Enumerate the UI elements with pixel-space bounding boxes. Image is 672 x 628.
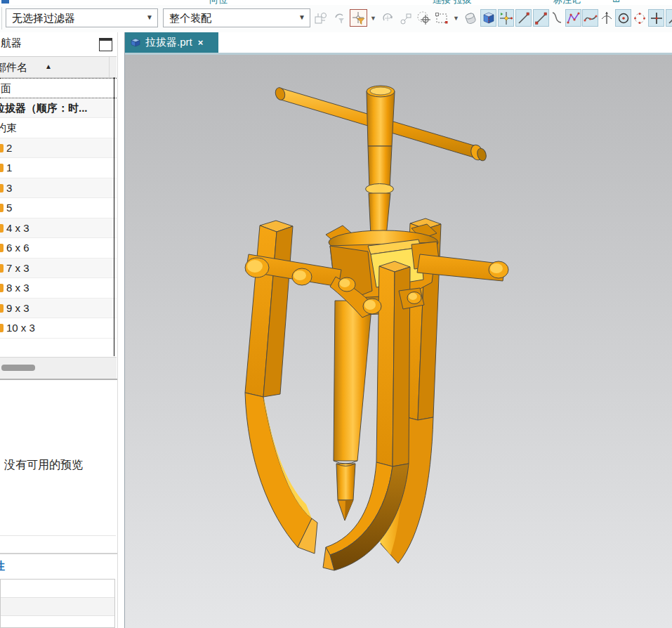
- cut-icon[interactable]: [666, 9, 672, 27]
- tree-row-component[interactable]: 3: [0, 178, 117, 199]
- studio-spline-icon[interactable]: [565, 9, 581, 27]
- table-row[interactable]: [1, 616, 114, 628]
- part-icon: [131, 38, 141, 48]
- component-icon: [0, 244, 4, 252]
- tree-row-component[interactable]: 9 x 3: [0, 299, 117, 319]
- selection-scope-value: 整个装配: [169, 12, 211, 25]
- navigator-tree: 部件名 ▲ 面 拉拔器（顺序：时... 约束 2 1 3 5 4 x 3 6 x…: [0, 56, 117, 381]
- tree-row-component[interactable]: 8 x 3: [0, 278, 117, 299]
- component-icon: [0, 304, 4, 313]
- component-icon: [0, 164, 4, 172]
- rotate-view-icon[interactable]: [379, 9, 395, 27]
- tree-column-line: [114, 77, 114, 356]
- cut-off-section-label: 性: [0, 559, 6, 573]
- selection-filter-value: 无选择过滤器: [12, 12, 75, 25]
- ribbon-fragment: 连接 拉拔: [433, 0, 496, 5]
- panel-divider[interactable]: [0, 379, 117, 380]
- tree-row-constraints[interactable]: 约束: [0, 118, 117, 138]
- component-icon: [0, 184, 4, 192]
- section-divider: [0, 535, 116, 536]
- line-endpoints-icon[interactable]: [533, 9, 549, 27]
- component-icon: [0, 284, 4, 292]
- sort-ascending-icon[interactable]: ▲: [45, 63, 52, 70]
- ribbon-fragment: 向位: [209, 0, 240, 5]
- component-icon: [0, 324, 4, 332]
- snap-point-icon[interactable]: [416, 9, 432, 27]
- restore-window-icon[interactable]: [99, 38, 112, 51]
- component-icon: [0, 264, 4, 273]
- graphics-window: 拉拔器.prt ×: [124, 32, 672, 628]
- section-divider: [0, 553, 117, 554]
- point-plus-icon[interactable]: [648, 9, 664, 27]
- component-icon: [0, 224, 4, 233]
- selection-scope-dropdown[interactable]: 整个装配 ▼: [163, 8, 310, 27]
- details-table: [0, 579, 115, 628]
- chevron-down-icon[interactable]: ▼: [453, 15, 459, 22]
- 3d-viewport[interactable]: [125, 55, 672, 628]
- column-header-label: 部件名: [0, 61, 27, 74]
- spline-icon[interactable]: [582, 9, 598, 27]
- tree-row-component[interactable]: 10 x 3: [0, 318, 117, 339]
- show-outline-icon[interactable]: [397, 9, 414, 27]
- tree-row-component[interactable]: 4 x 3: [0, 218, 117, 239]
- column-header-part-name[interactable]: 部件名 ▲: [0, 57, 117, 78]
- arc-icon[interactable]: [548, 9, 565, 27]
- close-icon[interactable]: ×: [198, 37, 204, 48]
- view-cube-icon[interactable]: [480, 9, 496, 27]
- tree-row[interactable]: 面: [0, 78, 117, 98]
- tree-row-component[interactable]: 7 x 3: [0, 259, 117, 279]
- table-row[interactable]: [1, 580, 114, 598]
- assembly-navigator-panel: 航器 部件名 ▲ 面 拉拔器（顺序：时... 约束 2 1 3 5 4 x 3 …: [0, 32, 118, 628]
- chevron-down-icon[interactable]: ▼: [370, 15, 376, 22]
- move-component-icon[interactable]: [331, 9, 348, 27]
- puller-3d-model[interactable]: [125, 55, 672, 628]
- tree-row-component[interactable]: 2: [0, 138, 117, 159]
- tree-row-component[interactable]: 1: [0, 158, 117, 178]
- column-divider: [109, 57, 110, 77]
- center-screw-upper[interactable]: [366, 86, 395, 236]
- tree-row-root-assembly[interactable]: 拉拔器（顺序：时...: [0, 98, 117, 119]
- component-icon: [0, 204, 4, 212]
- component-icon: [0, 144, 4, 152]
- selection-filter-active-icon[interactable]: [350, 9, 367, 27]
- part-tab-bar: 拉拔器.prt ×: [125, 32, 672, 55]
- ribbon-fragment: ⊞: [612, 0, 626, 5]
- horizontal-scrollbar[interactable]: [0, 357, 117, 379]
- shaded-object-icon[interactable]: [462, 9, 478, 27]
- toolbar-separator: [1, 7, 2, 30]
- tree-row-component[interactable]: 5: [0, 198, 117, 218]
- circle-center-icon[interactable]: [615, 9, 631, 27]
- tab-label: 拉拔器.prt: [145, 36, 192, 49]
- line-icon[interactable]: [515, 9, 532, 27]
- navigator-title: 航器: [1, 37, 22, 50]
- point-dialog-icon[interactable]: [498, 9, 514, 27]
- preview-unavailable-message: 没有可用的预览: [4, 458, 83, 473]
- window-icon-fragment: [1, 0, 9, 4]
- scrollbar-thumb[interactable]: [1, 365, 35, 371]
- marquee-select-icon[interactable]: [434, 9, 450, 27]
- tree-row-component[interactable]: 6 x 6: [0, 238, 117, 259]
- datum-axis-icon[interactable]: [598, 9, 614, 27]
- ribbon-fragment: 标注记: [553, 0, 595, 5]
- chevron-down-icon[interactable]: ▼: [146, 13, 153, 21]
- selection-filter-dropdown[interactable]: 无选择过滤器 ▼: [6, 8, 158, 27]
- assembly-constraints-icon[interactable]: [312, 9, 329, 27]
- table-row[interactable]: [1, 598, 114, 616]
- center-screw-lower[interactable]: [334, 301, 372, 521]
- toolbar: 无选择过滤器 ▼ 整个装配 ▼ ▼ ▼: [0, 5, 672, 32]
- tab-puller-part[interactable]: 拉拔器.prt ×: [125, 32, 218, 53]
- circle-dashed-icon[interactable]: [631, 9, 647, 27]
- chevron-down-icon[interactable]: ▼: [298, 13, 305, 21]
